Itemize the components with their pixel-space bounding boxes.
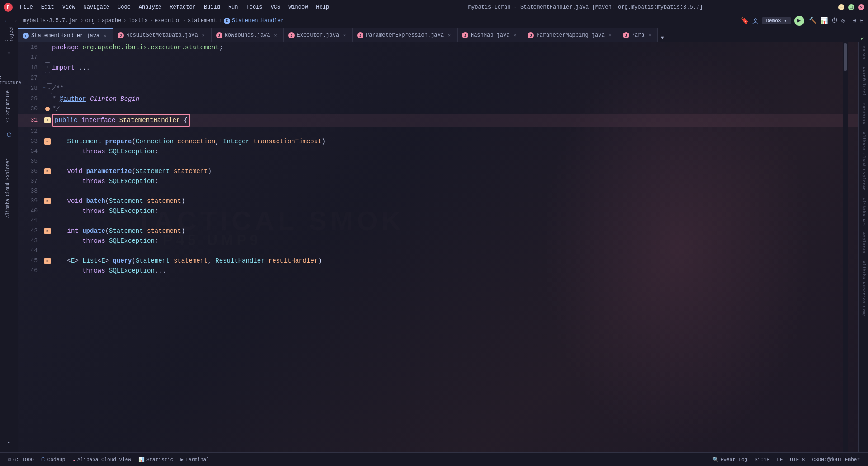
title-bar: P File Edit View Navigate Code Analyze R… — [0, 0, 868, 14]
javadoc-fold-icon[interactable]: ≡ — [43, 84, 46, 94]
nav-back-icon[interactable]: ← — [5, 17, 8, 24]
tab-statementhandler[interactable]: I StatementHandler.java ✕ — [18, 28, 113, 42]
menu-view[interactable]: View — [59, 3, 79, 11]
fold-javadoc-icon[interactable]: - — [47, 83, 52, 94]
code-scrollbar[interactable] — [843, 42, 848, 452]
code-line-43: 43 throws SQLException; — [18, 236, 858, 246]
sidebar-icon-explorer[interactable]: ☁ — [2, 100, 16, 115]
menu-code[interactable]: Code — [114, 3, 134, 11]
settings-icon[interactable]: ⚙ — [841, 17, 845, 24]
breadcrumb-executor[interactable]: executor — [155, 18, 181, 24]
bookmark-icon[interactable]: 🔖 — [741, 17, 749, 24]
right-sidebar-alibaba-cloud[interactable]: Alibaba Cloud Explorer — [860, 130, 867, 193]
menu-help[interactable]: Help — [312, 3, 333, 11]
tab-close-executor[interactable]: ✕ — [341, 32, 348, 38]
tab-executor[interactable]: J Executor.java ✕ — [284, 28, 353, 42]
menu-build[interactable]: Build — [200, 3, 224, 11]
layout-icon[interactable]: ⊞ — [852, 17, 856, 24]
code-line-38: 38 — [18, 186, 858, 196]
code-line-39: 39 m void batch(Statement statement) — [18, 196, 858, 206]
menu-window[interactable]: Window — [285, 3, 311, 11]
code-line-17: 17 — [18, 52, 858, 62]
tab-resultsetmetadata[interactable]: J ResultSetMetaData.java ✕ — [113, 28, 211, 42]
minimize-button[interactable]: ─ — [838, 4, 844, 10]
tab-close-parameterexpression[interactable]: ✕ — [446, 32, 453, 38]
tab-parameterexpression[interactable]: J ParameterExpression.java ✕ — [353, 28, 458, 42]
status-todo[interactable]: ☑ 6: TODO — [5, 453, 38, 466]
tab-hashmap[interactable]: J HashMap.java ✕ — [458, 28, 523, 42]
profile-icon[interactable]: ⏱ — [831, 17, 838, 24]
breadcrumb-jar[interactable]: mybatis-3.5.7.jar — [23, 18, 78, 24]
menu-bar: File Edit View Navigate Code Analyze Ref… — [16, 3, 333, 11]
right-sidebar-database[interactable]: Database — [860, 101, 867, 126]
toolbar-right: 🔖 文 Demo3 ▾ ▶ 🔨 📊 ⏱ ⚙ ⊞ ⊟ — [741, 16, 863, 26]
tab-icon-java4: J — [357, 32, 363, 38]
tab-rowbounds[interactable]: J RowBounds.java ✕ — [212, 28, 284, 42]
status-bar: ☑ 6: TODO ⬡ Codeup ☁ Alibaba Cloud View … — [0, 452, 868, 466]
tab-close-parametermapping[interactable]: ✕ — [607, 32, 613, 38]
breadcrumb-statement[interactable]: statement — [188, 18, 217, 24]
build-icon[interactable]: 🔨 — [809, 17, 816, 24]
right-sidebar-maven[interactable]: Maven — [860, 44, 867, 61]
method-indicator-39: m — [44, 198, 51, 204]
status-terminal[interactable]: ▶ Terminal — [177, 453, 212, 466]
code-area[interactable]: TACTICAL SMOK P45 UMP9 16 package org.ap… — [18, 42, 858, 452]
status-statistic[interactable]: 📊 Statistic — [135, 453, 177, 466]
tab-parametermapping[interactable]: J ParameterMapping.java ✕ — [523, 28, 618, 42]
menu-edit[interactable]: Edit — [38, 3, 58, 11]
close-button[interactable]: ✕ — [858, 4, 864, 10]
tab-label-executor: Executor.java — [297, 32, 340, 38]
breadcrumb-ibatis[interactable]: ibatis — [128, 18, 148, 24]
run-config-selector[interactable]: Demo3 ▾ — [762, 17, 790, 24]
status-terminal-label: Terminal — [185, 457, 209, 462]
breadcrumb-org[interactable]: org — [85, 18, 95, 24]
restore-icon[interactable]: ⊟ — [860, 17, 863, 24]
menu-refactor[interactable]: Refactor — [166, 3, 199, 11]
menu-tools[interactable]: Tools — [243, 3, 266, 11]
breadcrumb-apache[interactable]: apache — [102, 18, 121, 24]
search-status-icon: 🔍 — [712, 457, 719, 462]
sidebar-icon-structure[interactable]: ≡ — [2, 46, 16, 61]
right-sidebar-alibaba-rcs[interactable]: Alibaba RCS Templates — [860, 196, 867, 255]
tab-para[interactable]: J Para ✕ — [618, 28, 658, 42]
coverage-icon[interactable]: 📊 — [820, 17, 828, 24]
tab-close-statementhandler[interactable]: ✕ — [102, 33, 108, 39]
status-codeup[interactable]: ⬡ Codeup — [38, 453, 69, 466]
status-alibaba-view[interactable]: ☁ Alibaba Cloud View — [69, 453, 134, 466]
menu-run[interactable]: Run — [225, 3, 242, 11]
code-line-27: 27 — [18, 73, 858, 83]
tab-close-resultsetmetadata[interactable]: ✕ — [200, 32, 207, 38]
right-sidebar: Maven RestfulTool Database Alibaba Cloud… — [858, 42, 868, 452]
tab-label-para: Para — [632, 32, 645, 38]
maximize-button[interactable]: □ — [848, 4, 854, 10]
code-line-16: 16 package org.apache.ibatis.executor.st… — [18, 42, 858, 52]
nav-forward-icon[interactable]: → — [13, 17, 16, 24]
tabs-overflow-button[interactable]: ▾ — [658, 33, 667, 42]
run-button[interactable]: ▶ — [794, 16, 804, 26]
status-encoding[interactable]: LF — [773, 457, 786, 462]
fold-imports-icon[interactable]: + — [45, 62, 50, 73]
tab-close-hashmap[interactable]: ✕ — [512, 32, 518, 38]
status-position[interactable]: 31:18 — [751, 457, 773, 462]
sidebar-icon-structure2[interactable]: 2: Structure — [2, 73, 16, 88]
status-file-encoding[interactable]: UTF-8 — [786, 457, 808, 462]
menu-vcs[interactable]: VCS — [267, 3, 284, 11]
tab-label-parameterexpression: ParameterExpression.java — [366, 32, 444, 38]
status-lf-label: LF — [777, 457, 783, 462]
code-line-18: 18 + import ... — [18, 62, 858, 73]
status-event-log[interactable]: 🔍 Event Log — [709, 457, 751, 462]
menu-analyze[interactable]: Analyze — [135, 3, 165, 11]
tab-close-para[interactable]: ✕ — [646, 32, 653, 38]
menu-file[interactable]: File — [16, 3, 37, 11]
scrollbar-thumb[interactable] — [844, 43, 847, 71]
highlighted-declaration: public interface StatementHandler { — [52, 114, 190, 127]
translate-icon[interactable]: 文 — [752, 17, 759, 25]
right-sidebar-restful[interactable]: RestfulTool — [860, 65, 867, 98]
sidebar-icon-favorites[interactable]: ★ — [2, 434, 16, 449]
menu-navigate[interactable]: Navigate — [80, 3, 113, 11]
status-branch[interactable]: CSDN:@dOUT_Ember — [808, 457, 863, 462]
breakpoint-dot[interactable] — [45, 107, 50, 111]
right-sidebar-alibaba-func[interactable]: Alibaba Function Comp — [860, 259, 867, 319]
tab-close-rowbounds[interactable]: ✕ — [273, 32, 279, 38]
sidebar-icon-active[interactable]: ⬡ — [2, 127, 16, 142]
